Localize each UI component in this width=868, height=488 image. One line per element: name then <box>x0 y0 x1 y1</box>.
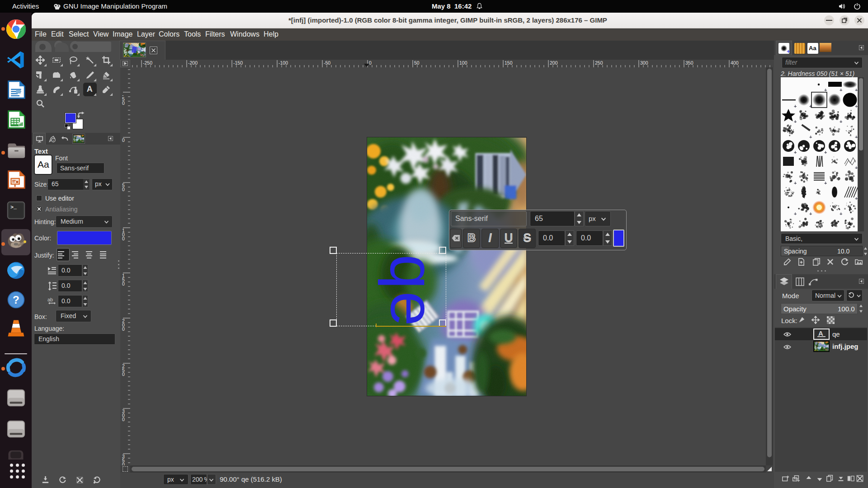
svg-text:-200: -200 <box>188 60 198 66</box>
svg-text:300: 300 <box>640 60 648 66</box>
svg-text:-150: -150 <box>233 60 243 66</box>
svg-text:0: 0 <box>122 462 125 465</box>
svg-text:-100: -100 <box>278 60 288 66</box>
svg-text:0: 0 <box>122 187 125 192</box>
svg-text:-250: -250 <box>143 60 152 66</box>
svg-text:0: 0 <box>122 137 125 143</box>
svg-text:350: 350 <box>685 60 693 66</box>
svg-text:0: 0 <box>122 100 125 106</box>
svg-text:ab: ab <box>47 297 53 302</box>
svg-text:?: ? <box>13 294 19 306</box>
svg-text:0: 0 <box>369 60 372 66</box>
svg-text:-50: -50 <box>324 60 330 66</box>
svg-text:200: 200 <box>550 60 558 66</box>
svg-text:150: 150 <box>505 60 513 66</box>
svg-text:250: 250 <box>595 60 603 66</box>
svg-text:0: 0 <box>122 417 125 422</box>
svg-text:100: 100 <box>459 60 467 66</box>
svg-text:0: 0 <box>122 236 125 241</box>
svg-text:i: i <box>53 139 54 142</box>
svg-text:0: 0 <box>122 326 125 332</box>
svg-text:50: 50 <box>414 60 420 66</box>
svg-text:400: 400 <box>731 60 739 66</box>
svg-text:0: 0 <box>122 281 125 286</box>
svg-text:>_: >_ <box>10 204 17 210</box>
svg-text:0: 0 <box>122 371 125 377</box>
